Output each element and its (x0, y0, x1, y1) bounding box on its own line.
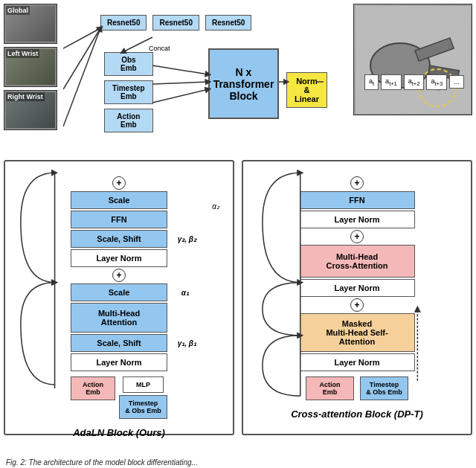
resnet-box-3: Resnet50 (205, 15, 251, 31)
action-token-3: at+3 (426, 74, 447, 90)
greek-alpha1: α₁ (181, 289, 189, 297)
adaln-timestep-obs: Timestep& Obs Emb (119, 395, 167, 419)
cross-layer-norm-2: Layer Norm (300, 279, 415, 297)
svg-line-11 (152, 82, 208, 84)
obs-emb-box: ObsEmb (104, 52, 153, 76)
camera-column: Global Left Wrist Right Wrist (4, 4, 57, 130)
svg-line-6 (63, 28, 100, 48)
svg-line-9 (123, 37, 152, 52)
adaln-scale-top: Scale (71, 191, 167, 209)
adaln-panel: + Scale FFN Scale, Shift γ₂, β₂ Layer No… (4, 160, 234, 435)
action-token-2: at+2 (404, 74, 425, 90)
adaln-scale-shift-top: Scale, Shift γ₂, β₂ (71, 230, 167, 248)
adaln-mlp: MLP (123, 376, 164, 393)
cross-plus-mid1: + (350, 230, 364, 243)
camera-left-wrist: Left Wrist (4, 47, 57, 87)
adaln-layer-norm-top: Layer Norm (71, 249, 167, 267)
cross-ffn: FFN (300, 191, 415, 209)
top-section: Global Left Wrist Right Wrist (0, 0, 476, 156)
flow-diagram: Resnet50 Resnet50 Resnet50 Concat ObsEmb… (63, 7, 324, 149)
cross-attention-panel: + FFN Layer Norm + Multi-HeadCross-Atten… (242, 160, 472, 435)
adaln-scale-mid: Scale α₁ (71, 283, 167, 301)
svg-line-7 (63, 28, 100, 89)
cross-plus-top: + (350, 176, 364, 190)
action-token-dots: ... (449, 75, 464, 89)
resnet-box-2: Resnet50 (152, 15, 199, 31)
adaln-multihead-attn: Multi-HeadAttention (71, 303, 167, 333)
figure-caption: Fig. 2: The architecture of the model bl… (0, 457, 476, 468)
cross-multihead-cross-attn: Multi-HeadCross-Attention (300, 245, 415, 278)
svg-line-8 (63, 28, 100, 126)
transformer-block-label: Block (229, 90, 257, 102)
greek-gamma2-beta2: γ₂, β₂ (178, 235, 196, 243)
adaln-ffn: FFN (71, 211, 167, 228)
transformer-nx: N x (236, 66, 252, 78)
cross-action-emb: ActionEmb (306, 376, 354, 400)
camera-global-label: Global (6, 6, 30, 15)
adaln-plus-top: + (112, 176, 126, 190)
adaln-scale-shift-bot: Scale, Shift γ₁, β₁ (71, 334, 167, 352)
svg-line-12 (152, 89, 208, 103)
cross-masked-attn: MaskedMulti-Head Self-Attention (300, 313, 415, 352)
adaln-action-emb: ActionEmb (71, 376, 115, 400)
camera-right-wrist-label: Right Wrist (6, 92, 45, 101)
norm-linear-box: Norm & Linear (286, 72, 327, 108)
cross-plus-mid2: + (350, 298, 364, 312)
greek-gamma1-beta1: γ₁, β₁ (178, 339, 196, 347)
camera-right-wrist: Right Wrist (4, 90, 57, 130)
resnet-row: Resnet50 Resnet50 Resnet50 (100, 15, 251, 31)
adaln-layer-norm-bot: Layer Norm (71, 353, 167, 371)
adaln-mlp-group: MLP Timestep& Obs Emb (119, 376, 167, 419)
adaln-title: AdaLN Block (Ours) (73, 427, 165, 438)
main-container: Global Left Wrist Right Wrist (0, 0, 476, 468)
greek-alpha2: α₂ (212, 202, 219, 211)
cross-content: + FFN Layer Norm + Multi-HeadCross-Atten… (249, 176, 465, 400)
camera-global: Global (4, 4, 57, 44)
transformer-label: Transformer (213, 78, 274, 90)
action-outputs: at at+1 at+2 at+3 ... (364, 74, 464, 90)
action-token-0: at (364, 74, 379, 90)
action-token-1: at+1 (381, 74, 402, 90)
cross-layer-norm-1: Layer Norm (300, 211, 415, 228)
cross-bottom-row: ActionEmb Timestep& Obs Emb (306, 376, 408, 400)
robot-image (353, 4, 472, 115)
bottom-panels: + Scale FFN Scale, Shift γ₂, β₂ Layer No… (0, 156, 476, 439)
cross-layer-norm-3: Layer Norm (300, 353, 415, 371)
emb-column: ObsEmb TimestepEmb ActionEmb (104, 52, 153, 132)
transformer-block: N x Transformer Block (208, 48, 279, 119)
action-emb-box: ActionEmb (104, 109, 153, 132)
adaln-bottom-row: ActionEmb MLP Timestep& Obs Emb (71, 376, 167, 419)
cross-title: Cross-attention Block (DP-T) (291, 408, 423, 420)
timestep-emb-box: TimestepEmb (104, 80, 153, 104)
resnet-box-1: Resnet50 (100, 15, 147, 31)
adaln-content: + Scale FFN Scale, Shift γ₂, β₂ Layer No… (11, 176, 227, 419)
adaln-plus-mid: + (112, 269, 126, 282)
svg-line-10 (152, 65, 208, 74)
camera-left-wrist-label: Left Wrist (6, 49, 39, 58)
concat-label: Concat (149, 45, 170, 52)
cross-timestep-obs: Timestep& Obs Emb (360, 376, 408, 400)
